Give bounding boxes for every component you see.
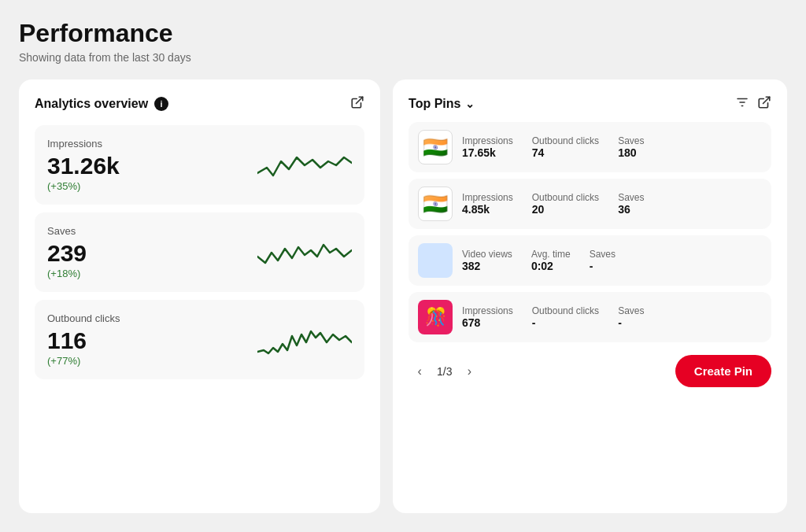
pin-4-stat-3-value: - [618,316,644,329]
main-content: Analytics overview i Impressions 31.26k … [19,79,787,513]
pin-4-stat-3-label: Saves [618,305,644,316]
pin-row: 🇮🇳 Impressions 4.85k Outbound clicks 20 … [409,179,771,229]
impressions-label: Impressions [47,138,120,150]
top-pins-card: Top Pins ⌄ [393,79,787,513]
pagination-bar: ‹ 1/3 › Create Pin [409,355,771,387]
pin-thumbnail-1: 🇮🇳 [418,130,453,164]
saves-metric: Saves 239 (+18%) [35,212,364,292]
pin-4-stat-2-value: - [532,316,599,329]
pin-thumbnail-2: 🇮🇳 [418,187,453,221]
top-pins-label: Top Pins [409,97,460,111]
impressions-chart [257,146,352,185]
outbound-chart [257,320,352,360]
analytics-external-icon[interactable] [350,95,364,113]
pin-3-stat-3-value: - [590,260,616,272]
pin-1-stats: Impressions 17.65k Outbound clicks 74 Sa… [462,135,762,159]
svg-line-0 [357,97,363,103]
outbound-value: 116 [47,327,120,353]
pin-row: Video views 382 Avg. time 0:02 Saves - [409,235,771,286]
impressions-metric: Impressions 31.26k (+35%) [35,125,364,205]
pin-thumbnail-4: 🎊 [418,300,453,334]
analytics-card: Analytics overview i Impressions 31.26k … [19,79,380,513]
pin-4-stat-1: Impressions 678 [462,305,513,329]
top-pins-header: Top Pins ⌄ [409,95,771,113]
pin-4-stat-2: Outbound clicks - [532,305,599,329]
pin-1-stat-3: Saves 180 [618,135,644,159]
page-subtitle: Showing data from the last 30 days [19,51,787,64]
pin-4-stats: Impressions 678 Outbound clicks - Saves … [462,305,762,329]
pagination-controls: ‹ 1/3 › [409,360,480,382]
page-title: Performance [19,19,787,48]
analytics-title: Analytics overview [35,97,148,111]
page-info: 1/3 [437,365,452,378]
pin-2-stat-2-label: Outbound clicks [532,192,599,203]
saves-value: 239 [47,240,87,266]
outbound-change: (+77%) [47,355,120,367]
pin-1-stat-3-value: 180 [618,146,644,159]
pin-4-stat-2-label: Outbound clicks [532,305,599,316]
saves-label: Saves [47,225,87,237]
pin-2-stat-3-label: Saves [618,192,644,203]
pin-1-stat-2-label: Outbound clicks [532,135,599,146]
impressions-change: (+35%) [47,180,120,192]
pin-3-stat-2-value: 0:02 [531,260,571,272]
top-pins-actions [735,95,771,113]
page-header: Performance Showing data from the last 3… [19,19,787,64]
pin-2-stat-1-value: 4.85k [462,203,513,216]
impressions-info: Impressions 31.26k (+35%) [47,138,120,192]
pin-2-stat-3: Saves 36 [618,192,644,216]
pin-3-stat-1: Video views 382 [462,249,512,272]
saves-info: Saves 239 (+18%) [47,225,87,279]
pin-3-stat-2-label: Avg. time [531,249,571,260]
pin-2-stat-3-value: 36 [618,203,644,216]
pin-1-stat-2: Outbound clicks 74 [532,135,599,159]
top-pins-external-icon[interactable] [757,95,771,113]
pin-4-stat-1-value: 678 [462,316,513,329]
next-page-button[interactable]: › [459,360,481,382]
saves-chart [257,233,352,272]
pin-1-stat-3-label: Saves [618,135,644,146]
pin-1-stat-2-value: 74 [532,146,599,159]
pin-2-stat-2: Outbound clicks 20 [532,192,599,216]
pin-3-stat-2: Avg. time 0:02 [531,249,571,272]
pin-4-stat-3: Saves - [618,305,644,329]
outbound-metric: Outbound clicks 116 (+77%) [35,300,364,379]
pin-row: 🇮🇳 Impressions 17.65k Outbound clicks 74… [409,122,771,172]
pin-2-stat-1-label: Impressions [462,192,513,203]
top-pins-title-group[interactable]: Top Pins ⌄ [409,97,475,111]
pin-1-stat-1-label: Impressions [462,135,513,146]
saves-change: (+18%) [47,268,87,279]
pin-3-stat-3: Saves - [590,249,616,272]
pin-row: 🎊 Impressions 678 Outbound clicks - Save… [409,292,771,342]
outbound-info: Outbound clicks 116 (+77%) [47,312,120,367]
impressions-value: 31.26k [47,153,120,179]
filter-icon[interactable] [735,95,749,113]
pin-1-stat-1: Impressions 17.65k [462,135,513,159]
outbound-label: Outbound clicks [47,312,120,324]
pin-4-stat-1-label: Impressions [462,305,513,316]
pin-thumbnail-3 [418,243,453,278]
pin-2-stats: Impressions 4.85k Outbound clicks 20 Sav… [462,192,762,216]
svg-line-4 [763,97,770,103]
pin-3-stat-1-label: Video views [462,249,512,260]
pin-2-stat-2-value: 20 [532,203,599,216]
pin-2-stat-1: Impressions 4.85k [462,192,513,216]
chevron-down-icon: ⌄ [465,98,475,110]
pin-3-stats: Video views 382 Avg. time 0:02 Saves - [462,249,762,272]
prev-page-button[interactable]: ‹ [409,360,431,382]
analytics-header: Analytics overview i [35,95,364,113]
pin-1-stat-1-value: 17.65k [462,146,513,159]
analytics-title-group: Analytics overview i [35,97,168,111]
create-pin-button[interactable]: Create Pin [675,355,771,387]
pin-3-stat-1-value: 382 [462,260,512,272]
pin-3-stat-3-label: Saves [590,249,616,260]
info-icon[interactable]: i [154,97,168,111]
